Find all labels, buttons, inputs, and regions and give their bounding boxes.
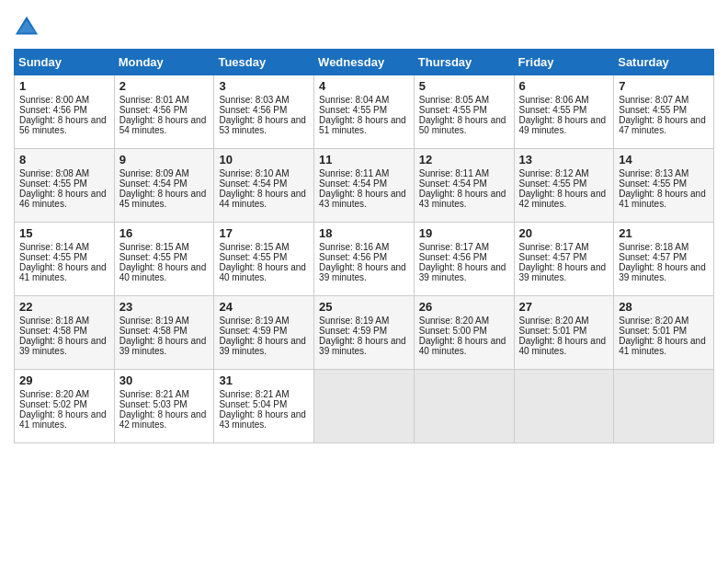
day-cell: 20 Sunrise: 8:17 AM Sunset: 4:57 PM Dayl… bbox=[514, 223, 614, 296]
daylight-label: Daylight: 8 hours and 41 minutes. bbox=[19, 262, 107, 282]
day-cell: 13 Sunrise: 8:12 AM Sunset: 4:55 PM Dayl… bbox=[514, 149, 614, 223]
day-number: 18 bbox=[319, 226, 409, 240]
day-number: 4 bbox=[319, 79, 409, 93]
empty-cell bbox=[614, 370, 714, 443]
day-cell: 8 Sunrise: 8:08 AM Sunset: 4:55 PM Dayli… bbox=[15, 149, 115, 223]
sunset-label: Sunset: 5:01 PM bbox=[519, 326, 587, 336]
sunset-label: Sunset: 4:56 PM bbox=[419, 252, 487, 262]
day-cell: 16 Sunrise: 8:15 AM Sunset: 4:55 PM Dayl… bbox=[114, 223, 214, 296]
logo bbox=[14, 14, 43, 40]
day-number: 21 bbox=[619, 226, 709, 240]
sunset-label: Sunset: 4:55 PM bbox=[519, 178, 587, 189]
day-cell: 23 Sunrise: 8:19 AM Sunset: 4:58 PM Dayl… bbox=[114, 296, 214, 370]
day-cell: 14 Sunrise: 8:13 AM Sunset: 4:55 PM Dayl… bbox=[614, 149, 714, 223]
sunset-label: Sunset: 4:54 PM bbox=[319, 178, 387, 189]
empty-cell bbox=[514, 370, 614, 443]
sunrise-label: Sunrise: 8:03 AM bbox=[219, 95, 289, 105]
daylight-label: Daylight: 8 hours and 50 minutes. bbox=[419, 115, 506, 135]
day-number: 17 bbox=[219, 226, 309, 240]
calendar-table: Sunday Monday Tuesday Wednesday Thursday… bbox=[14, 49, 714, 443]
daylight-label: Daylight: 8 hours and 51 minutes. bbox=[319, 115, 406, 135]
day-cell: 24 Sunrise: 8:19 AM Sunset: 4:59 PM Dayl… bbox=[214, 296, 314, 370]
calendar-row: 15 Sunrise: 8:14 AM Sunset: 4:55 PM Dayl… bbox=[15, 223, 714, 296]
sunset-label: Sunset: 4:59 PM bbox=[319, 326, 387, 336]
sunrise-label: Sunrise: 8:13 AM bbox=[619, 168, 688, 178]
sunrise-label: Sunrise: 8:16 AM bbox=[319, 242, 389, 252]
calendar-row: 29 Sunrise: 8:20 AM Sunset: 5:02 PM Dayl… bbox=[15, 370, 714, 443]
sunset-label: Sunset: 4:54 PM bbox=[419, 178, 487, 189]
daylight-label: Daylight: 8 hours and 43 minutes. bbox=[419, 189, 506, 209]
daylight-label: Daylight: 8 hours and 41 minutes. bbox=[619, 189, 706, 209]
daylight-label: Daylight: 8 hours and 44 minutes. bbox=[219, 189, 306, 209]
day-number: 8 bbox=[19, 153, 109, 167]
sunrise-label: Sunrise: 8:05 AM bbox=[419, 95, 489, 105]
sunrise-label: Sunrise: 8:07 AM bbox=[619, 95, 688, 105]
sunrise-label: Sunrise: 8:19 AM bbox=[219, 316, 289, 326]
day-number: 9 bbox=[119, 153, 210, 167]
day-number: 28 bbox=[619, 300, 709, 314]
daylight-label: Daylight: 8 hours and 39 minutes. bbox=[419, 262, 506, 282]
sunset-label: Sunset: 5:01 PM bbox=[619, 326, 687, 336]
sunset-label: Sunset: 4:55 PM bbox=[19, 178, 87, 189]
sunrise-label: Sunrise: 8:06 AM bbox=[519, 95, 589, 105]
sunset-label: Sunset: 4:55 PM bbox=[19, 252, 87, 262]
sunset-label: Sunset: 4:57 PM bbox=[519, 252, 587, 262]
day-number: 12 bbox=[419, 153, 509, 167]
sunrise-label: Sunrise: 8:01 AM bbox=[119, 95, 189, 105]
day-number: 2 bbox=[119, 79, 210, 93]
sunrise-label: Sunrise: 8:18 AM bbox=[619, 242, 688, 252]
daylight-label: Daylight: 8 hours and 39 minutes. bbox=[319, 336, 406, 356]
daylight-label: Daylight: 8 hours and 42 minutes. bbox=[119, 409, 207, 430]
sunrise-label: Sunrise: 8:04 AM bbox=[319, 95, 389, 105]
sunset-label: Sunset: 4:59 PM bbox=[219, 326, 287, 336]
col-thursday: Thursday bbox=[414, 50, 514, 75]
daylight-label: Daylight: 8 hours and 43 minutes. bbox=[319, 189, 406, 209]
sunset-label: Sunset: 4:56 PM bbox=[19, 105, 87, 115]
sunrise-label: Sunrise: 8:19 AM bbox=[119, 316, 189, 326]
sunset-label: Sunset: 4:55 PM bbox=[419, 105, 487, 115]
page-header bbox=[14, 14, 714, 40]
day-number: 26 bbox=[419, 300, 509, 314]
daylight-label: Daylight: 8 hours and 39 minutes. bbox=[219, 336, 306, 356]
day-number: 7 bbox=[619, 79, 709, 93]
day-cell: 28 Sunrise: 8:20 AM Sunset: 5:01 PM Dayl… bbox=[614, 296, 714, 370]
daylight-label: Daylight: 8 hours and 46 minutes. bbox=[19, 189, 107, 209]
sunrise-label: Sunrise: 8:20 AM bbox=[19, 389, 89, 399]
day-number: 13 bbox=[519, 153, 609, 167]
empty-cell bbox=[314, 370, 415, 443]
daylight-label: Daylight: 8 hours and 40 minutes. bbox=[219, 262, 306, 282]
daylight-label: Daylight: 8 hours and 39 minutes. bbox=[19, 336, 107, 356]
day-cell: 11 Sunrise: 8:11 AM Sunset: 4:54 PM Dayl… bbox=[314, 149, 415, 223]
daylight-label: Daylight: 8 hours and 42 minutes. bbox=[519, 189, 607, 209]
day-number: 5 bbox=[419, 79, 509, 93]
day-cell: 2 Sunrise: 8:01 AM Sunset: 4:56 PM Dayli… bbox=[114, 75, 214, 149]
day-number: 6 bbox=[519, 79, 609, 93]
sunrise-label: Sunrise: 8:10 AM bbox=[219, 168, 289, 178]
calendar-row: 22 Sunrise: 8:18 AM Sunset: 4:58 PM Dayl… bbox=[15, 296, 714, 370]
day-cell: 10 Sunrise: 8:10 AM Sunset: 4:54 PM Dayl… bbox=[214, 149, 314, 223]
sunset-label: Sunset: 5:03 PM bbox=[119, 399, 188, 409]
day-cell: 25 Sunrise: 8:19 AM Sunset: 4:59 PM Dayl… bbox=[314, 296, 415, 370]
col-friday: Friday bbox=[514, 50, 614, 75]
sunrise-label: Sunrise: 8:18 AM bbox=[19, 316, 89, 326]
sunrise-label: Sunrise: 8:17 AM bbox=[419, 242, 489, 252]
sunset-label: Sunset: 4:56 PM bbox=[319, 252, 387, 262]
day-number: 24 bbox=[219, 300, 309, 314]
sunrise-label: Sunrise: 8:08 AM bbox=[19, 168, 89, 178]
day-number: 3 bbox=[219, 79, 309, 93]
sunrise-label: Sunrise: 8:19 AM bbox=[319, 316, 389, 326]
day-number: 10 bbox=[219, 153, 309, 167]
day-number: 11 bbox=[319, 153, 409, 167]
col-saturday: Saturday bbox=[614, 50, 714, 75]
day-cell: 27 Sunrise: 8:20 AM Sunset: 5:01 PM Dayl… bbox=[514, 296, 614, 370]
day-cell: 29 Sunrise: 8:20 AM Sunset: 5:02 PM Dayl… bbox=[15, 370, 115, 443]
sunset-label: Sunset: 4:56 PM bbox=[119, 105, 188, 115]
header-row: Sunday Monday Tuesday Wednesday Thursday… bbox=[15, 50, 714, 75]
day-number: 14 bbox=[619, 153, 709, 167]
sunset-label: Sunset: 4:55 PM bbox=[119, 252, 188, 262]
daylight-label: Daylight: 8 hours and 41 minutes. bbox=[619, 336, 706, 356]
day-cell: 17 Sunrise: 8:15 AM Sunset: 4:55 PM Dayl… bbox=[214, 223, 314, 296]
day-number: 31 bbox=[219, 373, 309, 387]
sunrise-label: Sunrise: 8:12 AM bbox=[519, 168, 589, 178]
day-number: 16 bbox=[119, 226, 210, 240]
